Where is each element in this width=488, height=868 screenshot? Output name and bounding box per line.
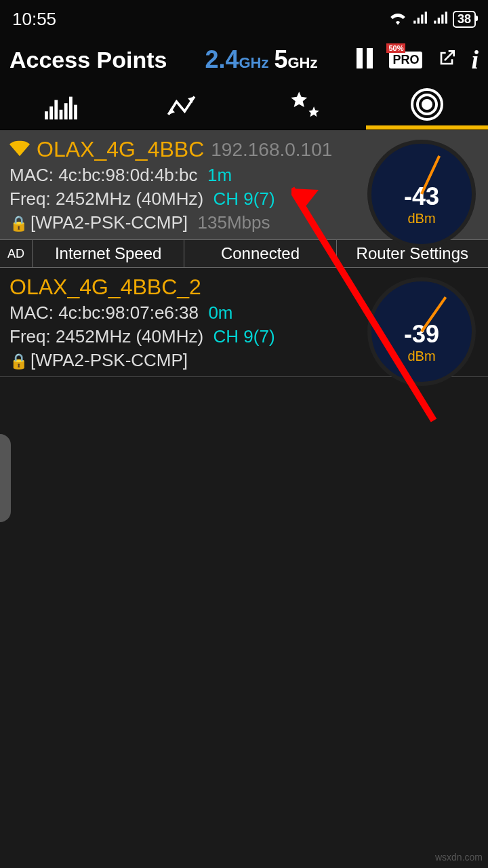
status-right: 38 [389,9,476,30]
signal-gauge: -39 dBm [367,277,476,386]
signal-value: -43 [404,182,439,211]
pause-icon[interactable] [355,47,375,73]
frequency: Freq: 2452MHz (40MHz) [9,189,203,209]
share-icon[interactable] [436,47,458,72]
pro-badge[interactable]: PRO [389,52,422,68]
frequency: Freq: 2452MHz (40MHz) [9,326,203,347]
svg-rect-7 [69,96,73,119]
svg-rect-1 [367,48,373,68]
signal-unit: dBm [407,211,435,226]
svg-rect-6 [64,103,68,119]
wifi-icon [9,140,30,159]
ad-link-speed[interactable]: Internet Speed [33,240,184,267]
tab-rating[interactable] [244,83,366,130]
ssid: OLAX_4G_4BBC [37,137,204,162]
security: [WPA2-PSK-CCMP] [30,350,188,370]
signal-gauge: -43 dBm [367,140,476,248]
wifi-icon [389,9,407,30]
svg-point-9 [423,100,431,108]
mac-address: MAC: 4c:bc:98:0d:4b:bc [9,165,197,185]
signal-unit: dBm [407,349,435,364]
tab-time-graph[interactable] [122,83,244,130]
side-handle[interactable] [0,434,11,522]
ad-tag: AD [0,240,33,267]
svg-rect-4 [54,100,58,119]
lock-icon: 🔒 [9,215,28,232]
ap-item[interactable]: OLAX_4G_4BBC_2 MAC: 4c:bc:98:07:e6:38 0m… [0,268,488,377]
signal-icon-2 [432,9,447,30]
status-time: 10:55 [12,9,56,30]
band-24ghz[interactable]: 2.4GHz [205,45,268,74]
battery-icon: 38 [453,11,476,28]
ad-link-connected[interactable]: Connected [184,240,336,267]
svg-rect-0 [357,48,363,68]
security: [WPA2-PSK-CCMP] [30,212,188,233]
status-bar: 10:55 38 [0,0,488,38]
info-icon[interactable]: i [471,45,479,75]
ssid: OLAX_4G_4BBC_2 [9,275,201,300]
watermark: wsxdn.com [435,852,483,863]
svg-rect-8 [74,104,77,119]
channel: CH 9(7) [214,189,275,209]
channel: CH 9(7) [214,326,275,347]
tab-signal-bars[interactable] [0,83,122,130]
signal-value: -39 [404,320,439,349]
distance: 0m [208,302,232,323]
ap-item-connected[interactable]: OLAX_4G_4BBC 192.168.0.101 MAC: 4c:bc:98… [0,130,488,239]
link-rate: 135Mbps [198,212,270,233]
page-title: Access Points [9,47,167,73]
lock-icon: 🔒 [9,353,28,370]
ip-address: 192.168.0.101 [211,139,332,161]
band-5ghz[interactable]: 5GHz [274,45,317,74]
tab-access-points[interactable] [366,83,488,130]
signal-icon-1 [412,9,427,30]
svg-rect-3 [49,106,53,119]
distance: 1m [207,165,232,185]
tab-bar [0,83,488,130]
band-selector[interactable]: 2.4GHz 5GHz [205,45,317,74]
mac-address: MAC: 4c:bc:98:07:e6:38 [9,302,199,323]
svg-rect-2 [45,111,48,119]
app-header: Access Points 2.4GHz 5GHz PRO i [0,38,488,83]
svg-rect-5 [60,109,63,119]
